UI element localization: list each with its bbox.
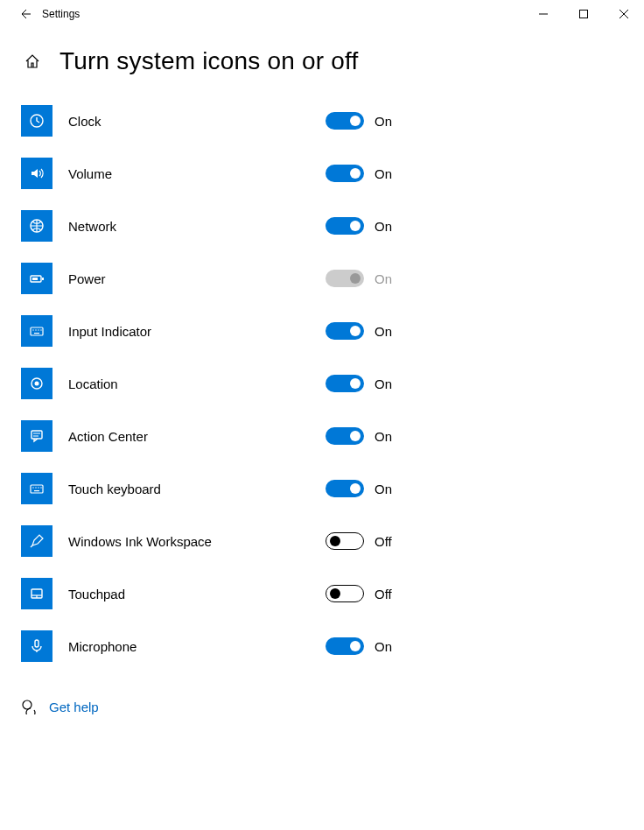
page-title: Turn system icons on or off — [60, 47, 359, 75]
toggle-wrap: On — [326, 427, 623, 445]
home-button[interactable] — [21, 53, 44, 69]
toggle-wrap: On — [326, 375, 623, 392]
row-label: Location — [52, 376, 326, 391]
toggle-wrap: On — [326, 217, 623, 235]
row-label: Touch keyboard — [52, 482, 326, 496]
system-icon-row: LocationOn — [21, 357, 623, 410]
help-link[interactable]: Get help — [49, 700, 99, 714]
toggle-wrap: On — [326, 165, 623, 182]
icon-tile — [21, 210, 52, 242]
toggle-state-label: On — [374, 639, 392, 654]
toggle-knob — [350, 221, 360, 231]
toggle-switch[interactable] — [326, 480, 364, 497]
svg-rect-1 — [580, 11, 588, 18]
system-icon-row: VolumeOn — [21, 147, 623, 200]
system-icon-row: NetworkOn — [21, 200, 623, 252]
system-icon-row: TouchpadOff — [21, 567, 623, 620]
location-icon — [29, 376, 45, 391]
toggle-switch[interactable] — [326, 427, 364, 445]
minimize-button[interactable] — [523, 0, 564, 28]
toggle-state-label: On — [374, 219, 392, 234]
clock-icon — [29, 113, 45, 129]
toggle-wrap: On — [326, 480, 623, 497]
row-label: Microphone — [52, 639, 326, 654]
volume-icon — [29, 165, 45, 181]
toggle-knob — [350, 641, 360, 651]
icon-tile — [21, 158, 52, 189]
system-icon-row: Action CenterOn — [21, 410, 623, 462]
toggle-switch[interactable] — [326, 322, 364, 340]
row-label: Power — [52, 271, 326, 286]
row-label: Touchpad — [52, 587, 326, 601]
toggle-switch[interactable] — [326, 637, 364, 655]
system-icon-row: Touch keyboardOn — [21, 462, 623, 515]
icon-tile — [21, 315, 52, 347]
minimize-icon — [539, 10, 548, 18]
icon-tile — [21, 368, 52, 399]
toggle-wrap: On — [326, 637, 623, 655]
row-label: Windows Ink Workspace — [52, 534, 326, 549]
maximize-button[interactable] — [564, 0, 604, 28]
toggle-switch[interactable] — [326, 532, 364, 550]
toggle-switch[interactable] — [326, 217, 364, 235]
toggle-knob — [350, 326, 360, 336]
row-label: Volume — [52, 166, 326, 181]
icon-tile — [21, 578, 52, 609]
home-icon — [24, 53, 40, 69]
toggle-switch[interactable] — [326, 585, 364, 602]
toggle-switch — [326, 270, 364, 287]
touchpad-icon — [29, 586, 45, 601]
help-icon — [21, 699, 37, 714]
close-icon — [620, 10, 628, 18]
toggle-knob — [350, 483, 360, 494]
toggle-state-label: On — [374, 324, 392, 339]
icon-tile — [21, 105, 52, 137]
keyboard-icon — [29, 323, 45, 339]
system-icon-row: MicrophoneOn — [21, 620, 623, 672]
toggle-wrap: Off — [326, 585, 623, 602]
icon-tile — [21, 420, 52, 452]
toggle-state-label: On — [374, 482, 392, 496]
row-label: Action Center — [52, 429, 326, 444]
network-icon — [29, 218, 45, 234]
toggle-wrap: On — [326, 112, 623, 130]
icon-tile — [21, 525, 52, 557]
toggle-wrap: On — [326, 322, 623, 340]
toggle-state-label: Off — [374, 534, 392, 549]
system-icon-row: ClockOn — [21, 95, 623, 147]
icon-tile — [21, 263, 52, 294]
system-icon-row: Windows Ink WorkspaceOff — [21, 515, 623, 567]
help-section: Get help — [0, 672, 644, 741]
back-button[interactable] — [7, 7, 42, 21]
toggle-switch[interactable] — [326, 112, 364, 130]
row-label: Network — [52, 219, 326, 234]
power-icon — [29, 271, 45, 286]
titlebar: Settings — [0, 0, 644, 28]
toggle-knob — [350, 378, 360, 389]
toggle-knob — [330, 588, 340, 599]
icon-tile — [21, 473, 52, 504]
page-header: Turn system icons on or off — [0, 28, 644, 86]
microphone-icon — [29, 638, 45, 654]
system-icon-row: Input IndicatorOn — [21, 305, 623, 357]
pen-icon — [29, 533, 45, 549]
toggle-knob — [330, 536, 340, 546]
toggle-state-label: On — [374, 429, 392, 444]
toggle-state-label: On — [374, 271, 392, 286]
back-arrow-icon — [18, 7, 32, 21]
toggle-switch[interactable] — [326, 165, 364, 182]
toggle-switch[interactable] — [326, 375, 364, 392]
close-button[interactable] — [604, 0, 644, 28]
toggle-state-label: On — [374, 166, 392, 181]
toggle-state-label: On — [374, 376, 392, 391]
system-icon-row: PowerOn — [21, 252, 623, 305]
row-label: Input Indicator — [52, 324, 326, 339]
toggle-state-label: Off — [374, 587, 392, 601]
toggle-knob — [350, 168, 360, 179]
toggle-knob — [350, 116, 360, 126]
system-icons-list: ClockOnVolumeOnNetworkOnPowerOnInput Ind… — [0, 86, 644, 672]
toggle-knob — [350, 273, 360, 284]
keyboard-icon — [29, 481, 45, 496]
toggle-state-label: On — [374, 114, 392, 129]
window-title: Settings — [42, 8, 523, 20]
